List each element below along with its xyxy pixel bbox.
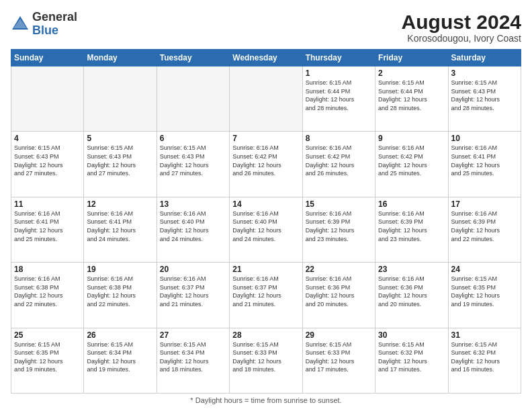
day-info: Sunrise: 6:16 AM Sunset: 6:39 PM Dayligh… xyxy=(306,210,372,243)
title-block: August 2024 Korosodougou, Ivory Coast xyxy=(402,11,521,44)
day-cell-16: 16Sunrise: 6:16 AM Sunset: 6:39 PM Dayli… xyxy=(375,197,448,262)
day-cell-18: 18Sunrise: 6:16 AM Sunset: 6:38 PM Dayli… xyxy=(11,263,84,328)
day-cell-15: 15Sunrise: 6:16 AM Sunset: 6:39 PM Dayli… xyxy=(302,197,375,262)
day-info: Sunrise: 6:16 AM Sunset: 6:39 PM Dayligh… xyxy=(378,210,445,243)
day-number: 9 xyxy=(378,134,445,143)
day-number: 21 xyxy=(232,265,299,274)
day-cell-1: 1Sunrise: 6:15 AM Sunset: 6:44 PM Daylig… xyxy=(302,66,375,132)
day-cell-9: 9Sunrise: 6:16 AM Sunset: 6:42 PM Daylig… xyxy=(375,132,448,197)
day-number: 13 xyxy=(160,199,226,209)
day-cell-20: 20Sunrise: 6:16 AM Sunset: 6:37 PM Dayli… xyxy=(157,263,229,328)
day-number: 31 xyxy=(451,330,518,340)
day-cell-30: 30Sunrise: 6:15 AM Sunset: 6:32 PM Dayli… xyxy=(375,328,448,393)
day-cell-21: 21Sunrise: 6:16 AM Sunset: 6:37 PM Dayli… xyxy=(230,263,302,328)
day-number: 20 xyxy=(160,265,226,274)
weekday-header-friday: Friday xyxy=(375,50,448,66)
day-info: Sunrise: 6:16 AM Sunset: 6:37 PM Dayligh… xyxy=(232,275,299,308)
logo-icon xyxy=(11,15,30,34)
day-number: 22 xyxy=(306,265,372,274)
week-row-1: 1Sunrise: 6:15 AM Sunset: 6:44 PM Daylig… xyxy=(11,66,521,132)
week-row-2: 4Sunrise: 6:15 AM Sunset: 6:43 PM Daylig… xyxy=(11,132,521,197)
day-cell-7: 7Sunrise: 6:16 AM Sunset: 6:42 PM Daylig… xyxy=(230,132,302,197)
day-number: 24 xyxy=(451,265,518,274)
day-info: Sunrise: 6:16 AM Sunset: 6:39 PM Dayligh… xyxy=(451,210,518,243)
page: General Blue August 2024 Korosodougou, I… xyxy=(0,0,532,411)
svg-marker-1 xyxy=(13,19,27,28)
day-number: 25 xyxy=(14,330,81,340)
logo-text: General Blue xyxy=(32,11,77,38)
day-cell-2: 2Sunrise: 6:15 AM Sunset: 6:44 PM Daylig… xyxy=(375,66,448,132)
day-cell-10: 10Sunrise: 6:16 AM Sunset: 6:41 PM Dayli… xyxy=(448,132,521,197)
day-info: Sunrise: 6:16 AM Sunset: 6:38 PM Dayligh… xyxy=(14,275,81,308)
weekday-header-thursday: Thursday xyxy=(302,50,375,66)
day-cell-24: 24Sunrise: 6:15 AM Sunset: 6:35 PM Dayli… xyxy=(448,263,521,328)
day-cell-5: 5Sunrise: 6:15 AM Sunset: 6:43 PM Daylig… xyxy=(84,132,157,197)
logo-blue-text: Blue xyxy=(32,24,58,37)
weekday-header-sunday: Sunday xyxy=(11,50,84,66)
day-number: 3 xyxy=(451,68,518,78)
day-info: Sunrise: 6:15 AM Sunset: 6:43 PM Dayligh… xyxy=(14,144,81,177)
day-info: Sunrise: 6:16 AM Sunset: 6:36 PM Dayligh… xyxy=(306,275,372,308)
weekday-header-tuesday: Tuesday xyxy=(157,50,229,66)
day-info: Sunrise: 6:16 AM Sunset: 6:42 PM Dayligh… xyxy=(306,144,372,177)
day-cell-13: 13Sunrise: 6:16 AM Sunset: 6:40 PM Dayli… xyxy=(157,197,229,262)
empty-cell xyxy=(11,66,84,132)
day-cell-3: 3Sunrise: 6:15 AM Sunset: 6:43 PM Daylig… xyxy=(448,66,521,132)
day-info: Sunrise: 6:16 AM Sunset: 6:40 PM Dayligh… xyxy=(160,210,226,243)
empty-cell xyxy=(84,66,157,132)
day-number: 29 xyxy=(306,330,372,340)
day-cell-31: 31Sunrise: 6:15 AM Sunset: 6:32 PM Dayli… xyxy=(448,328,521,393)
day-info: Sunrise: 6:15 AM Sunset: 6:34 PM Dayligh… xyxy=(87,340,153,374)
day-cell-8: 8Sunrise: 6:16 AM Sunset: 6:42 PM Daylig… xyxy=(302,132,375,197)
day-number: 27 xyxy=(160,330,226,340)
day-cell-17: 17Sunrise: 6:16 AM Sunset: 6:39 PM Dayli… xyxy=(448,197,521,262)
day-number: 12 xyxy=(87,199,153,209)
day-info: Sunrise: 6:16 AM Sunset: 6:38 PM Dayligh… xyxy=(87,275,153,308)
day-number: 26 xyxy=(87,330,153,340)
day-number: 6 xyxy=(160,134,226,143)
day-info: Sunrise: 6:15 AM Sunset: 6:34 PM Dayligh… xyxy=(160,340,226,374)
day-cell-27: 27Sunrise: 6:15 AM Sunset: 6:34 PM Dayli… xyxy=(157,328,229,393)
calendar-table: SundayMondayTuesdayWednesdayThursdayFrid… xyxy=(11,49,521,394)
day-cell-29: 29Sunrise: 6:15 AM Sunset: 6:33 PM Dayli… xyxy=(302,328,375,393)
day-cell-11: 11Sunrise: 6:16 AM Sunset: 6:41 PM Dayli… xyxy=(11,197,84,262)
weekday-header-monday: Monday xyxy=(84,50,157,66)
day-number: 8 xyxy=(306,134,372,143)
week-row-4: 18Sunrise: 6:16 AM Sunset: 6:38 PM Dayli… xyxy=(11,263,521,328)
day-info: Sunrise: 6:16 AM Sunset: 6:42 PM Dayligh… xyxy=(232,144,299,177)
location: Korosodougou, Ivory Coast xyxy=(402,33,521,44)
day-info: Sunrise: 6:15 AM Sunset: 6:44 PM Dayligh… xyxy=(378,79,445,112)
week-row-5: 25Sunrise: 6:15 AM Sunset: 6:35 PM Dayli… xyxy=(11,328,521,393)
day-cell-6: 6Sunrise: 6:15 AM Sunset: 6:43 PM Daylig… xyxy=(157,132,229,197)
day-info: Sunrise: 6:16 AM Sunset: 6:40 PM Dayligh… xyxy=(232,210,299,243)
day-cell-12: 12Sunrise: 6:16 AM Sunset: 6:41 PM Dayli… xyxy=(84,197,157,262)
day-number: 28 xyxy=(232,330,299,340)
footer-note: * Daylight hours = time from sunrise to … xyxy=(11,396,521,404)
day-info: Sunrise: 6:15 AM Sunset: 6:32 PM Dayligh… xyxy=(451,340,518,374)
day-cell-25: 25Sunrise: 6:15 AM Sunset: 6:35 PM Dayli… xyxy=(11,328,84,393)
day-info: Sunrise: 6:15 AM Sunset: 6:33 PM Dayligh… xyxy=(306,340,372,374)
day-number: 7 xyxy=(232,134,299,143)
weekday-header-saturday: Saturday xyxy=(448,50,521,66)
day-info: Sunrise: 6:15 AM Sunset: 6:43 PM Dayligh… xyxy=(451,79,518,112)
logo-general-text: General xyxy=(32,10,77,24)
day-cell-19: 19Sunrise: 6:16 AM Sunset: 6:38 PM Dayli… xyxy=(84,263,157,328)
logo: General Blue xyxy=(11,11,77,38)
day-cell-26: 26Sunrise: 6:15 AM Sunset: 6:34 PM Dayli… xyxy=(84,328,157,393)
day-info: Sunrise: 6:15 AM Sunset: 6:43 PM Dayligh… xyxy=(87,144,153,177)
day-cell-22: 22Sunrise: 6:16 AM Sunset: 6:36 PM Dayli… xyxy=(302,263,375,328)
weekday-header-wednesday: Wednesday xyxy=(230,50,302,66)
header: General Blue August 2024 Korosodougou, I… xyxy=(11,11,521,44)
week-row-3: 11Sunrise: 6:16 AM Sunset: 6:41 PM Dayli… xyxy=(11,197,521,262)
day-info: Sunrise: 6:16 AM Sunset: 6:42 PM Dayligh… xyxy=(378,144,445,177)
day-number: 4 xyxy=(14,134,81,143)
day-cell-4: 4Sunrise: 6:15 AM Sunset: 6:43 PM Daylig… xyxy=(11,132,84,197)
day-info: Sunrise: 6:16 AM Sunset: 6:41 PM Dayligh… xyxy=(87,210,153,243)
day-info: Sunrise: 6:16 AM Sunset: 6:36 PM Dayligh… xyxy=(378,275,445,308)
day-info: Sunrise: 6:16 AM Sunset: 6:41 PM Dayligh… xyxy=(14,210,81,243)
day-number: 15 xyxy=(306,199,372,209)
day-cell-28: 28Sunrise: 6:15 AM Sunset: 6:33 PM Dayli… xyxy=(230,328,302,393)
month-year: August 2024 xyxy=(402,11,521,33)
day-info: Sunrise: 6:15 AM Sunset: 6:35 PM Dayligh… xyxy=(451,275,518,308)
day-info: Sunrise: 6:15 AM Sunset: 6:33 PM Dayligh… xyxy=(232,340,299,374)
